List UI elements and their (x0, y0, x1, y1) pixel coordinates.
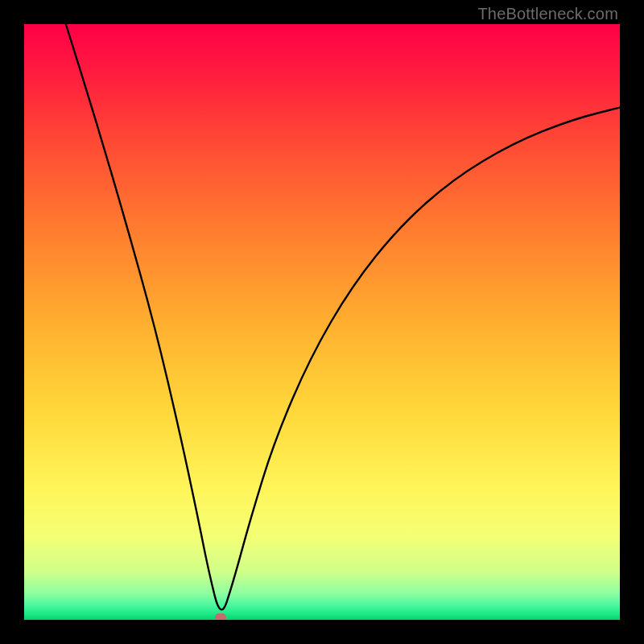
curve-layer (24, 24, 620, 620)
bottleneck-curve (66, 24, 620, 609)
chart-frame: TheBottleneck.com (0, 0, 644, 644)
plot-area (24, 24, 620, 620)
watermark-text: TheBottleneck.com (477, 5, 618, 23)
minimum-marker (215, 613, 226, 620)
